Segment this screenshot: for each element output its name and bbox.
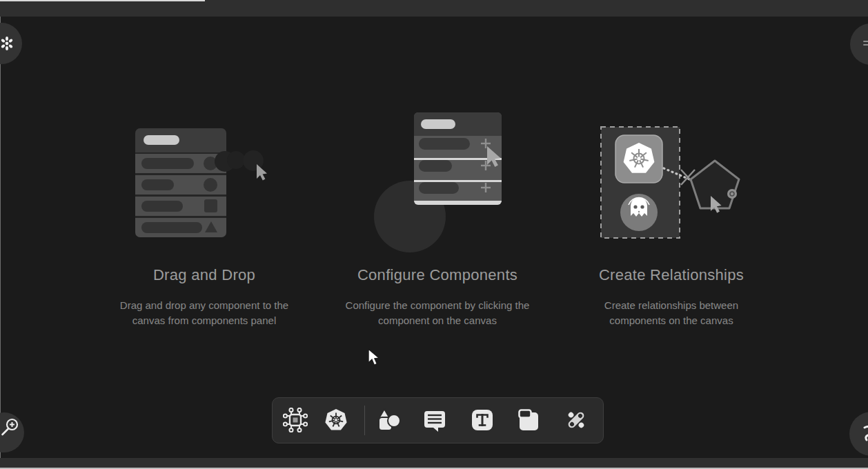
- kubernetes-icon[interactable]: [324, 408, 348, 432]
- action-icon: [862, 425, 868, 443]
- top-accent-line: [0, 0, 205, 1]
- drag-and-drop-illustration: [131, 126, 304, 247]
- text-icon[interactable]: [470, 408, 495, 432]
- toolbar-divider: [364, 406, 365, 435]
- top-bar: [0, 0, 868, 17]
- panel-description: Create relationships between components …: [589, 298, 754, 328]
- left-edge-line: [0, 17, 1, 458]
- configure-components-illustration: [371, 110, 544, 257]
- onboarding-panel-drag-drop: Drag and Drop Drag and drop any componen…: [87, 266, 322, 328]
- zoom-in-button[interactable]: [0, 412, 24, 452]
- menu-button[interactable]: [850, 23, 868, 65]
- flower-icon: [0, 35, 15, 52]
- link-icon[interactable]: [564, 408, 589, 432]
- create-relationships-illustration: [592, 124, 754, 243]
- shapes-icon[interactable]: [375, 408, 400, 432]
- panel-description: Drag and drop any component to the canva…: [114, 298, 295, 328]
- component-chip-icon[interactable]: [283, 408, 308, 432]
- onboarding-panel-relationships: Create Relationships Create relationship…: [554, 266, 789, 328]
- comment-icon[interactable]: [422, 408, 446, 432]
- note-icon[interactable]: [517, 408, 542, 432]
- panel-title: Drag and Drop: [87, 266, 322, 284]
- panel-title: Create Relationships: [554, 266, 789, 284]
- mouse-cursor-icon: [368, 348, 380, 367]
- drag-cursor-icon: [257, 164, 267, 181]
- onboarding-panel-configure: Configure Components Configure the compo…: [320, 266, 555, 328]
- action-button[interactable]: [849, 412, 868, 456]
- toolbar-dock: [272, 397, 604, 443]
- flower-menu-button[interactable]: [0, 23, 22, 64]
- panel-description: Configure the component by clicking the …: [337, 298, 538, 328]
- zoom-in-icon: [0, 416, 22, 439]
- panel-title: Configure Components: [320, 266, 555, 284]
- design-canvas[interactable]: Drag and Drop Drag and drop any componen…: [0, 0, 868, 469]
- menu-icon: [862, 39, 868, 48]
